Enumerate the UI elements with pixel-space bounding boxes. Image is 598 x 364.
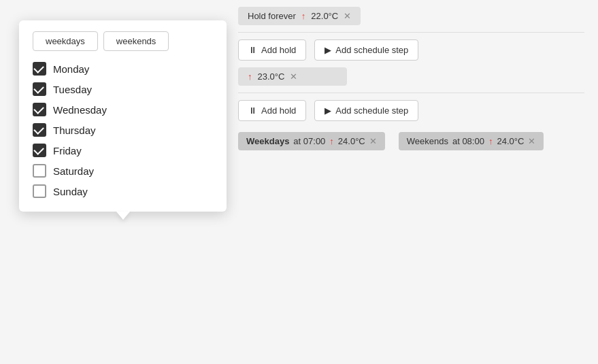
pause-icon-1: ⏸ [248,45,257,55]
action-row-2: ⏸ Add hold ▶ Add schedule step [238,100,584,121]
day-selector-dropdown: weekdays weekends MondayTuesdayWednesday… [19,20,227,212]
divider-2 [238,93,584,93]
hold-badge-1: Hold forever ↑ 22.0°C ✕ [238,7,361,25]
day-label-sunday: Sunday [53,186,88,197]
play-icon-2: ▶ [325,105,331,116]
play-icon-1: ▶ [325,45,331,55]
checkbox-thursday[interactable] [33,123,46,137]
checkbox-monday[interactable] [33,62,46,76]
day-tab-row: weekdays weekends [33,31,213,51]
weekends-tab[interactable]: weekends [103,31,169,51]
weekends-badge-label: Weekends [407,136,448,146]
day-row-monday: Monday [33,62,213,76]
weekdays-badge-label: Weekdays [246,136,289,146]
temp-up-arrow-2: ↑ [248,71,252,82]
hold-forever-label: Hold forever [248,11,296,21]
temp-up-arrow-1: ↑ [301,11,306,21]
day-list: MondayTuesdayWednesdayThursdayFridaySatu… [33,62,213,198]
bottom-badges-row: Weekdays at 07:00 ↑ 24.0°C ✕ Weekends at… [238,132,584,150]
weekdays-temp: 24.0°C [338,136,365,146]
hold-row-1: Hold forever ↑ 22.0°C ✕ [238,7,584,25]
add-hold-button-1[interactable]: ⏸ Add hold [238,39,306,61]
add-schedule-step-button-2[interactable]: ▶ Add schedule step [314,100,418,121]
day-row-wednesday: Wednesday [33,103,213,116]
temp-value-2: 23.0°C [258,71,285,82]
weekends-badge[interactable]: Weekends at 08:00 ↑ 24.0°C ✕ [399,132,544,150]
day-row-tuesday: Tuesday [33,82,213,96]
day-label-tuesday: Tuesday [53,84,92,95]
weekends-arrow: ↑ [488,136,493,146]
weekdays-time: at 07:00 [293,136,325,146]
day-row-friday: Friday [33,144,213,157]
day-label-monday: Monday [53,63,89,75]
action-row-1: ⏸ Add hold ▶ Add schedule step [238,39,584,61]
day-label-friday: Friday [53,145,82,156]
add-hold-button-2[interactable]: ⏸ Add hold [238,100,306,121]
checkbox-tuesday[interactable] [33,82,46,96]
temp-value-1: 22.0°C [311,11,338,21]
day-row-sunday: Sunday [33,184,213,198]
weekdays-close[interactable]: ✕ [369,136,377,146]
hold-row-2: ↑ 23.0°C ✕ [238,67,584,86]
checkbox-wednesday[interactable] [33,103,46,116]
checkbox-friday[interactable] [33,144,46,157]
divider-1 [238,32,584,33]
day-label-thursday: Thursday [53,125,96,136]
checkbox-saturday[interactable] [33,164,46,178]
weekdays-arrow: ↑ [329,136,334,146]
close-icon-1[interactable]: ✕ [344,11,351,21]
pause-icon-2: ⏸ [248,105,257,116]
day-label-wednesday: Wednesday [53,104,107,116]
weekends-temp: 24.0°C [497,136,524,146]
hold-badge-2: ↑ 23.0°C ✕ [238,67,347,86]
day-label-saturday: Saturday [53,165,94,177]
weekdays-badge[interactable]: Weekdays at 07:00 ↑ 24.0°C ✕ [238,132,385,150]
checkbox-sunday[interactable] [33,184,46,198]
weekends-time: at 08:00 [452,136,484,146]
day-row-thursday: Thursday [33,123,213,137]
add-schedule-step-button-1[interactable]: ▶ Add schedule step [314,39,418,61]
close-icon-2[interactable]: ✕ [290,71,297,82]
weekdays-tab[interactable]: weekdays [33,31,98,51]
weekends-close[interactable]: ✕ [528,136,535,146]
day-row-saturday: Saturday [33,164,213,178]
